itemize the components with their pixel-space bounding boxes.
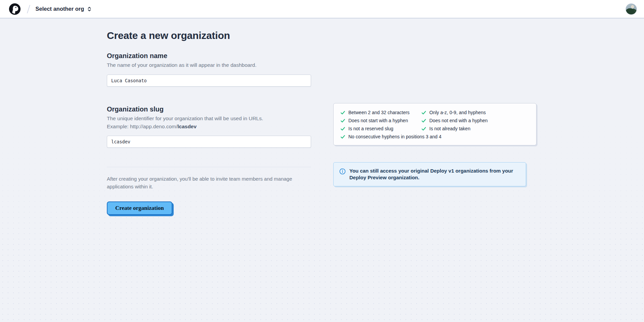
slug-rule: Does not start with a hyphen — [340, 118, 421, 123]
org-name-label: Organization name — [107, 52, 311, 60]
slug-rule: Only a-z, 0-9, and hyphens — [421, 110, 529, 115]
slug-rule: Is not a reserved slug — [340, 126, 421, 131]
section-divider — [107, 167, 311, 167]
slug-rule-label: Does not end with a hyphen — [429, 118, 488, 123]
check-icon — [340, 126, 345, 131]
info-icon — [339, 168, 346, 175]
org-switcher-label: Select another org — [36, 6, 84, 12]
slug-rule-label: Is not already taken — [429, 126, 470, 131]
check-icon — [340, 118, 345, 123]
check-icon — [421, 126, 426, 131]
deno-logo-svg — [9, 3, 21, 15]
org-slug-example: Example: http://app.deno.com/lcasdev — [107, 123, 311, 130]
footer-note: After creating your organization, you'll… — [107, 175, 308, 190]
page-title: Create a new organization — [107, 30, 311, 41]
org-switcher-button[interactable]: Select another org — [36, 6, 92, 12]
topbar: Select another org — [0, 0, 644, 18]
deno-logo-icon[interactable] — [9, 3, 21, 15]
slug-rule: Is not already taken — [421, 126, 529, 131]
user-avatar[interactable] — [626, 3, 637, 15]
check-icon — [421, 118, 426, 123]
slug-rule-label: Only a-z, 0-9, and hyphens — [429, 110, 486, 115]
slug-rules-card: Between 2 and 32 characters Does not sta… — [333, 103, 536, 145]
slug-rule: No consecutive hyphens in positions 3 an… — [340, 134, 421, 139]
main-content: Create a new organization Organization n… — [0, 19, 644, 322]
create-organization-button[interactable]: Create organization — [107, 201, 172, 215]
slug-rule-label: Is not a reserved slug — [348, 126, 393, 131]
slug-rule: Between 2 and 32 characters — [340, 110, 421, 115]
slug-rules-grid: Between 2 and 32 characters Does not sta… — [340, 108, 529, 141]
slug-rule: Does not end with a hyphen — [421, 118, 529, 123]
breadcrumb-separator — [27, 5, 30, 13]
org-name-description: The name of your organization as it will… — [107, 61, 311, 69]
slug-rule-label: No consecutive hyphens in positions 3 an… — [348, 134, 441, 139]
org-slug-example-prefix: Example: http://app.deno.com/ — [107, 124, 177, 129]
org-slug-label: Organization slug — [107, 105, 311, 113]
org-slug-input[interactable] — [107, 136, 311, 148]
org-slug-example-slug: lcasdev — [177, 124, 197, 129]
check-icon — [340, 110, 345, 115]
check-icon — [340, 134, 345, 139]
chevron-up-down-icon — [87, 6, 92, 12]
create-org-form: Create a new organization Organization n… — [107, 19, 311, 215]
org-name-input[interactable] — [107, 75, 311, 87]
check-icon — [421, 110, 426, 115]
slug-rule-label: Does not start with a hyphen — [348, 118, 408, 123]
org-slug-description: The unique identifier for your organizat… — [107, 114, 311, 122]
slug-rule-label: Between 2 and 32 characters — [348, 110, 410, 115]
info-banner-text: You can still access your original Deplo… — [349, 168, 520, 181]
info-banner: You can still access your original Deplo… — [333, 162, 526, 186]
